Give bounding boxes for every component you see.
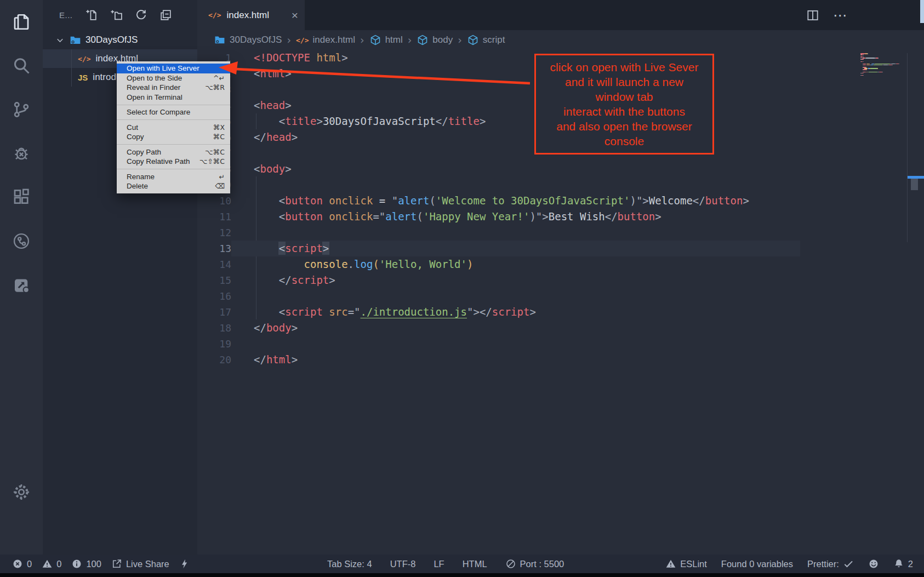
menu-item-reveal-in-finder[interactable]: Reveal in Finder⌥⌘R [117,83,230,93]
code-line-15[interactable]: 15 </script> [197,272,924,288]
menu-item-open-to-the-side[interactable]: Open to the Side^↵ [117,73,230,83]
scrollbar-thumb[interactable] [911,179,918,190]
activity-bar [0,0,43,555]
new-file-button[interactable] [85,8,99,22]
sidebar-header: E... [43,0,197,30]
menu-item-label: Open to the Side [127,74,182,82]
status-item-found-0-variables[interactable]: Found 0 variables [721,559,793,569]
status-item-label: 0 [27,559,32,569]
menu-item-shortcut: ⌥⌘C [205,148,225,156]
tree-indent-guide [71,49,72,87]
activity-item-gitlens[interactable] [0,219,43,263]
refresh-button[interactable] [134,8,148,22]
status-item-utf-8[interactable]: UTF-8 [390,559,416,569]
code-line-14[interactable]: 14 console.log('Hello, World') [197,256,924,272]
menu-separator [117,105,230,105]
live-share-status-icon [111,558,122,569]
code-line-11[interactable]: 11 <button onclick="alert('Happy New Yea… [197,209,924,225]
menu-item-select-for-compare[interactable]: Select for Compare [117,107,230,117]
status-item-smiley-icon[interactable] [868,558,879,569]
warning-icon [665,558,676,569]
menu-item-delete[interactable]: Delete⌫ [117,181,230,191]
code-line-8[interactable]: 8<body> [197,161,924,177]
status-item-lightning-icon[interactable] [179,558,190,569]
line-content [231,336,254,352]
status-item-live-share[interactable]: Live Share [111,558,169,569]
minimap[interactable] [860,53,904,76]
breadcrumb-label: body [432,35,453,45]
code-line-12[interactable]: 12 [197,225,924,241]
breadcrumb-item-index.html[interactable]: </>index.html [296,35,355,45]
status-item-0[interactable]: 0 [12,558,32,569]
menu-item-shortcut: ⌥⌘R [205,83,225,92]
activity-item-source-control[interactable] [0,88,43,132]
menu-item-open-with-live-server[interactable]: Open with Live Server [117,64,230,73]
breadcrumb-label: html [385,35,403,45]
status-item-lf[interactable]: LF [434,559,444,569]
status-item-tab-size-4[interactable]: Tab Size: 4 [327,559,372,569]
annotation-line: and it will launch a new [536,75,712,89]
extensions-icon [12,187,31,207]
tab-index.html[interactable]: </>index.html× [197,0,305,30]
status-bar-center: Tab Size: 4UTF-8LFHTMLPort : 5500 [327,555,564,573]
activity-item-settings[interactable] [0,470,43,514]
scroll-position-marker [908,176,924,179]
activity-item-explorer[interactable] [0,0,43,44]
status-item-label: Port : 5500 [520,559,564,569]
menu-item-rename[interactable]: Rename↵ [117,172,230,182]
status-item-html[interactable]: HTML [463,559,487,569]
collapse-folders-button[interactable] [159,8,173,22]
menu-item-copy[interactable]: Copy⌘C [117,132,230,142]
code-line-18[interactable]: 18</body> [197,320,924,336]
menu-item-label: Delete [127,182,148,190]
code-line-9[interactable]: 9 [197,177,924,193]
line-number: 12 [197,225,231,241]
status-item-prettier-[interactable]: Prettier: [807,558,854,569]
code-line-19[interactable]: 19 [197,336,924,352]
code-line-13[interactable]: 13 <script> [197,241,924,256]
status-item-2[interactable]: 2 [893,558,913,569]
status-item-label: 0 [56,559,61,569]
menu-item-cut[interactable]: Cut⌘X [117,123,230,133]
status-item-eslint[interactable]: ESLint [665,558,707,569]
menu-separator [117,169,230,169]
code-line-20[interactable]: 20</html> [197,352,924,368]
code-line-10[interactable]: 10 <button onclick = "alert('Welcome to … [197,193,924,209]
line-content: <title>30DaysOfJavaScript</title> [231,113,486,129]
warning-icon [42,558,53,569]
menu-item-copy-relative-path[interactable]: Copy Relative Path⌥⇧⌘C [117,157,230,167]
code-line-17[interactable]: 17 <script src="./introduction.js"></scr… [197,304,924,320]
error-icon [12,558,23,569]
new-folder-button[interactable] [110,8,123,22]
breadcrumb-label: index.html [313,35,355,45]
menu-item-copy-path[interactable]: Copy Path⌥⌘C [117,147,230,157]
more-actions-icon[interactable]: ⋯ [833,8,847,22]
split-editor-icon[interactable] [806,8,820,22]
line-number: 11 [197,209,231,225]
tree-item-30DaysOfJS[interactable]: 30DaysOfJS [43,31,197,49]
breadcrumb-item-script[interactable]: script [467,34,505,46]
line-content: <body> [231,161,292,177]
menu-item-open-in-terminal[interactable]: Open in Terminal [117,93,230,102]
activity-item-live-share[interactable] [0,263,43,307]
status-item-0[interactable]: 0 [42,558,61,569]
line-content: <script> [231,241,800,256]
activity-item-extensions[interactable] [0,175,43,219]
breadcrumb-item-body[interactable]: body [417,34,453,46]
line-content: console.log('Hello, World') [231,256,473,272]
breadcrumb: 30DaysOfJS›</>index.html›html›body›scrip… [197,30,924,50]
breadcrumb-item-30DaysOfJS[interactable]: 30DaysOfJS [214,34,282,46]
cube-icon [417,34,429,46]
close-icon[interactable]: × [292,9,298,21]
menu-item-shortcut: ⌥⇧⌘C [199,157,225,165]
status-item-port-5500[interactable]: Port : 5500 [505,558,564,569]
code-line-16[interactable]: 16 [197,288,924,304]
status-item-100[interactable]: 100 [71,558,101,569]
breadcrumb-item-html[interactable]: html [369,34,403,46]
folder-icon [214,34,226,46]
activity-item-run-debug[interactable] [0,132,43,175]
activity-item-search[interactable] [0,44,43,88]
status-item-label: ESLint [680,559,707,569]
line-content: </head> [231,129,298,145]
menu-item-shortcut: ⌫ [215,182,225,190]
